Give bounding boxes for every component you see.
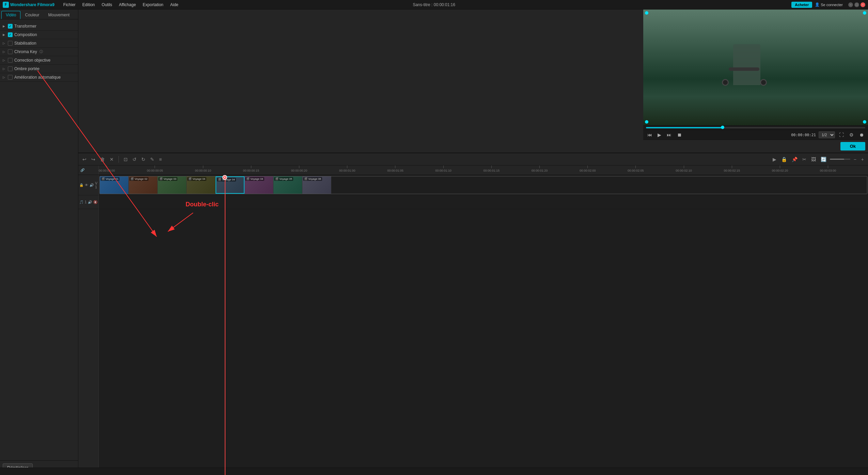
ruler-mark: 00:00:03:00 (820, 165, 836, 175)
track-icons: 🔗 (80, 168, 84, 172)
record-button[interactable]: ⏺ (858, 131, 865, 138)
chromakey-checkbox[interactable] (8, 49, 13, 54)
video-frame (643, 10, 868, 125)
section-chromakey-header[interactable]: ▷ Chroma Key ⓘ (0, 48, 78, 56)
section-stabilisation-header[interactable]: ▷ Stabilisation (0, 39, 78, 47)
transformer-checkbox[interactable]: ✓ (8, 24, 13, 29)
rotate-right-button[interactable]: ↻ (140, 156, 147, 163)
delete-button[interactable]: 🗑 (99, 156, 106, 163)
corner-marker-tr (863, 11, 866, 15)
clip-voyage01[interactable]: 🎬 Voyage 01 (100, 176, 129, 194)
menu-outils[interactable]: Outils (98, 1, 116, 9)
preview-panel: ⏮ ▶ ⏭ ⏹ 00:00:00:21 1/2 Full 1/4 ⛶ ⚙ ⏺ (643, 10, 868, 153)
undo-button[interactable]: ↩ (81, 156, 88, 163)
title-right: Acheter 👤 Se connecter − □ × (791, 2, 865, 8)
tab-video[interactable]: Vidéo (1, 11, 20, 19)
window-controls: − □ × (848, 2, 865, 7)
video-track: 🎬 Voyage 01 🎬 Voyage 02 🎬 Voyage 03 (99, 175, 868, 195)
tab-motion[interactable]: Mouvement (44, 11, 74, 19)
clip-voyage06[interactable]: 🎬 Voyage 06 (302, 176, 331, 194)
preview-controls: ⏮ ▶ ⏭ ⏹ 00:00:00:21 1/2 Full 1/4 ⛶ ⚙ ⏺ (643, 130, 868, 140)
rotate-left-button[interactable]: ↺ (131, 156, 138, 163)
info-icon: ⓘ (40, 49, 43, 54)
crop-button[interactable]: ⊡ (122, 156, 129, 163)
correction-checkbox[interactable] (8, 58, 13, 63)
stabilisation-label: Stabilisation (14, 41, 36, 46)
section-ombre-header[interactable]: ▷ Ombre portée (0, 65, 78, 73)
buy-button[interactable]: Acheter (791, 2, 812, 8)
tl-pic-button[interactable]: 🖼 (810, 156, 817, 163)
zoom-slider[interactable] (830, 159, 850, 160)
section-correction-header[interactable]: ▷ Correction objective (0, 56, 78, 64)
clip-voyage04b[interactable]: 🎬 Voyage 04 (216, 176, 244, 194)
menu-edition[interactable]: Edition (79, 1, 98, 9)
composition-checkbox[interactable]: ✓ (8, 32, 13, 37)
clip-voyage02[interactable]: 🎬 Voyage 02 (129, 176, 158, 194)
section-ombre-portee: ▷ Ombre portée (0, 65, 78, 73)
annotation-area (78, 10, 643, 153)
zoom-in-button[interactable]: + (860, 156, 865, 163)
tl-loop-button[interactable]: 🔄 (819, 156, 828, 163)
ombre-checkbox[interactable] (8, 66, 13, 71)
title-bar: F Wondershare Filmora9 Fichier Edition O… (0, 0, 868, 10)
settings-button[interactable]: ⚙ (848, 131, 855, 138)
tl-play-button[interactable]: ▶ (771, 156, 778, 163)
preview-progress-knob (721, 126, 724, 129)
amelioration-checkbox[interactable] (8, 75, 13, 80)
edit-button[interactable]: ✎ (149, 156, 156, 163)
section-amelioration-header[interactable]: ▷ Amélioration automatique (0, 73, 78, 81)
clip-voyage05[interactable]: 🎬 Voyage 05 (273, 176, 302, 194)
clip-label-v04b: 🎬 Voyage 04 (217, 178, 236, 181)
clip-strip[interactable]: 🎬 Voyage 01 🎬 Voyage 02 🎬 Voyage 03 (99, 176, 867, 194)
preview-progress-bar[interactable] (646, 127, 865, 128)
playhead-line (225, 175, 225, 475)
section-transformer-header[interactable]: ▶ ✓ Transformer (0, 22, 78, 30)
ok-button[interactable]: Ok (840, 142, 865, 151)
close-button[interactable]: × (861, 2, 865, 7)
forward-button[interactable]: ⏭ (665, 131, 673, 138)
ruler-mark: 00:00:00:20 (291, 165, 307, 175)
ruler-mark: 00:00:01:15 (484, 165, 500, 175)
menu-aide[interactable]: Aide (167, 1, 182, 9)
redo-button[interactable]: ↪ (90, 156, 97, 163)
ruler-mark: 00:00:02:10 (676, 165, 692, 175)
ruler-mark: 00:00:02:20 (772, 165, 788, 175)
clip-voyage04c[interactable]: 🎬 Voyage 04 (244, 176, 273, 194)
minimize-button[interactable]: − (848, 2, 853, 7)
menu-fichier[interactable]: Fichier (60, 1, 79, 9)
connect-button[interactable]: 👤 Se connecter (815, 2, 843, 7)
clip-voyage03[interactable]: 🎬 Voyage 03 (158, 176, 187, 194)
chevron-icon: ▶ (3, 33, 6, 36)
play-button[interactable]: ▶ (656, 131, 663, 138)
tl-split-button[interactable]: ✂ (801, 156, 808, 163)
corner-marker-br (863, 120, 866, 124)
zoom-out-button[interactable]: − (852, 156, 858, 163)
stabilisation-checkbox[interactable] (8, 41, 13, 46)
tl-snap-button[interactable]: 📌 (790, 156, 799, 163)
ruler-mark: 00:00:01:10 (435, 165, 452, 175)
ruler-mark: 00:00:01:20 (532, 165, 548, 175)
clip-voyage04a[interactable]: 🎬 Voyage 04 (187, 176, 216, 194)
remove-button[interactable]: ✕ (108, 156, 115, 163)
tl-lock-button[interactable]: 🔒 (780, 156, 788, 163)
tab-color[interactable]: Couleur (20, 11, 44, 19)
timeline-tracks: 🎬 Voyage 01 🎬 Voyage 02 🎬 Voyage 03 (99, 175, 868, 475)
section-composition-header[interactable]: ▶ ✓ Composition (0, 31, 78, 39)
chromakey-label: Chroma Key (14, 49, 37, 54)
section-composition: ▶ ✓ Composition (0, 31, 78, 39)
stop-button[interactable]: ⏹ (676, 131, 683, 138)
composition-label: Composition (14, 32, 37, 37)
user-icon: 👤 (815, 2, 820, 7)
timeline-ruler[interactable]: 🔗 00:00:00:0000:00:00:0500:00:00:1000:00… (78, 165, 868, 175)
menu-exportation[interactable]: Exportation (139, 1, 167, 9)
rewind-button[interactable]: ⏮ (646, 131, 653, 138)
ruler-marks: 00:00:00:0000:00:00:0500:00:00:1000:00:0… (99, 165, 868, 175)
fullscreen-button[interactable]: ⛶ (838, 131, 845, 138)
maximize-button[interactable]: □ (854, 2, 859, 7)
align-button[interactable]: ≡ (158, 156, 163, 163)
clip-label-v04c: 🎬 Voyage 04 (245, 177, 264, 181)
time-display: 00:00:00:21 (791, 133, 816, 137)
menu-affichage[interactable]: Affichage (115, 1, 139, 9)
ok-row: Ok (643, 140, 868, 153)
quality-select[interactable]: 1/2 Full 1/4 (819, 131, 835, 138)
